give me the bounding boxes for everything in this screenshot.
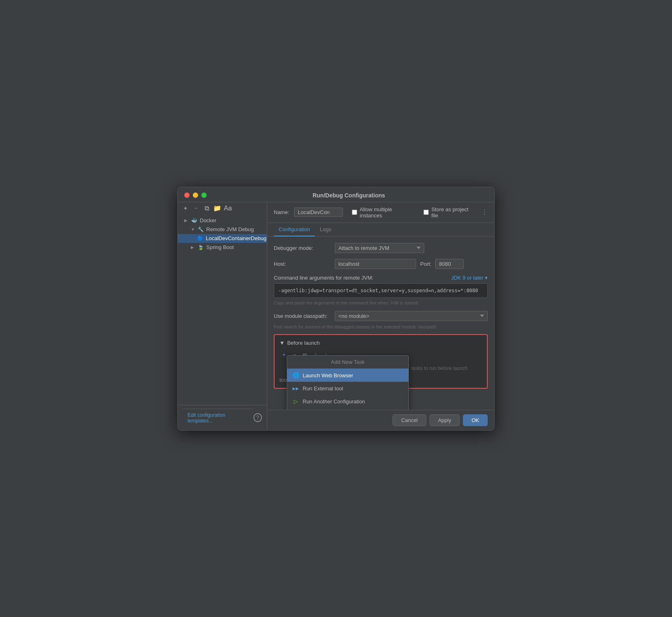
close-btn[interactable]: [184, 193, 190, 198]
store-as-project-label[interactable]: Store as project file: [423, 206, 476, 219]
edit-templates-link[interactable]: Edit configuration templates...: [183, 409, 253, 427]
tabs: Configuration Logs: [267, 223, 494, 236]
collapse-arrow[interactable]: ▼: [279, 340, 285, 346]
tab-configuration[interactable]: Configuration: [274, 223, 315, 236]
local-dev-icon: 🔵: [197, 235, 203, 242]
host-label: Host:: [274, 261, 331, 267]
add-config-button[interactable]: +: [181, 204, 190, 213]
main-content: + − ⧉ 📁 Aa ▶ 🐳 Docker ▼ 🔧 Remote JVM Deb…: [178, 202, 494, 430]
title-bar: Run/Debug Configurations: [178, 187, 494, 202]
cmd-box: -agentlib:jdwp=transport=dt_socket,serve…: [274, 283, 488, 298]
folder-config-button[interactable]: 📁: [213, 204, 222, 213]
host-port-row: Host: Port:: [274, 259, 488, 269]
tree-arrow-remote-jvm: ▼: [191, 227, 195, 232]
before-launch-header: ▼ Before launch: [279, 340, 482, 346]
name-input[interactable]: [294, 208, 343, 217]
sidebar-content: ▶ 🐳 Docker ▼ 🔧 Remote JVM Debug 🔵 LocalD…: [178, 216, 267, 405]
allow-multiple-label[interactable]: Allow multiple instances: [352, 206, 415, 219]
sidebar-item-local-dev[interactable]: 🔵 LocalDevContainerDebug: [178, 234, 267, 243]
dropdown-header: Add New Task: [287, 356, 408, 369]
sidebar-item-remote-jvm-label: Remote JVM Debug: [206, 226, 254, 232]
docker-icon: 🐳: [191, 217, 197, 224]
debugger-mode-row: Debugger mode: Attach to remote JVM: [274, 243, 488, 253]
sidebar-item-spring-label: Spring Boot: [206, 244, 234, 250]
sidebar-item-local-dev-label: LocalDevContainerDebug: [206, 235, 266, 241]
apply-button[interactable]: Apply: [430, 414, 460, 426]
sidebar-item-spring[interactable]: ▶ 🍃 Spring Boot: [178, 243, 267, 252]
sidebar-item-docker-label: Docker: [200, 217, 216, 223]
store-as-project-checkbox[interactable]: [423, 210, 429, 215]
name-label: Name:: [274, 209, 289, 215]
right-panel: Name: Allow multiple instances Store as …: [267, 202, 494, 430]
more-options-button[interactable]: ⋮: [481, 208, 488, 216]
run-another-icon: ▷: [292, 398, 299, 405]
module-label: Use module classpath:: [274, 313, 331, 319]
sidebar-bottom: Edit configuration templates... ?: [178, 405, 267, 430]
remove-config-button[interactable]: −: [192, 204, 201, 213]
allow-multiple-checkbox[interactable]: [352, 210, 357, 215]
tasks-hint: tasks to run before launch: [410, 363, 482, 374]
config-panel: Debugger mode: Attach to remote JVM Host…: [267, 236, 494, 410]
run-external-icon: ▶▶: [292, 385, 299, 392]
name-bar: Name: Allow multiple instances Store as …: [267, 202, 494, 223]
host-input[interactable]: [335, 259, 416, 269]
debugger-mode-select[interactable]: Attach to remote JVM: [335, 243, 424, 253]
store-as-project-text: Store as project file: [431, 206, 476, 219]
checkbox-group: Allow multiple instances Store as projec…: [352, 206, 476, 219]
tree-arrow-spring: ▶: [191, 245, 195, 249]
dialog: Run/Debug Configurations + − ⧉ 📁 Aa ▶ 🐳 …: [177, 187, 495, 431]
tab-logs[interactable]: Logs: [315, 223, 336, 236]
dropdown-item-run-another[interactable]: ▷ Run Another Configuration: [287, 395, 408, 408]
launch-web-icon: 🌐: [292, 372, 299, 379]
dropdown-item-launch-web[interactable]: 🌐 Launch Web Browser: [287, 369, 408, 382]
sidebar-item-docker[interactable]: ▶ 🐳 Docker: [178, 216, 267, 225]
sidebar-item-remote-jvm[interactable]: ▼ 🔧 Remote JVM Debug: [178, 225, 267, 234]
maximize-btn[interactable]: [201, 193, 207, 198]
dropdown-item-run-external-label: Run External tool: [303, 385, 343, 392]
dropdown-item-launch-web-label: Launch Web Browser: [303, 372, 353, 379]
cmd-section: Command line arguments for remote JVM: J…: [274, 275, 488, 305]
dropdown-item-run-external[interactable]: ▶▶ Run External tool: [287, 382, 408, 395]
help-button[interactable]: ?: [253, 413, 262, 422]
minimize-btn[interactable]: [193, 193, 198, 198]
dropdown-item-run-another-label: Run Another Configuration: [303, 398, 365, 405]
jvm-icon: 🔧: [197, 226, 204, 233]
before-launch-section: ▼ Before launch + − ✏ ↑ ↓ Add New Task: [274, 334, 488, 389]
cmd-hint: Copy and paste the arguments to the comm…: [274, 300, 488, 305]
module-row: Use module classpath: <no module>: [274, 311, 488, 321]
tree-arrow-docker: ▶: [184, 218, 188, 223]
sidebar: + − ⧉ 📁 Aa ▶ 🐳 Docker ▼ 🔧 Remote JVM Deb…: [178, 202, 267, 430]
dialog-title: Run/Debug Configurations: [210, 192, 488, 199]
sidebar-toolbar: + − ⧉ 📁 Aa: [178, 202, 267, 216]
debugger-mode-label: Debugger mode:: [274, 245, 331, 251]
add-new-task-dropdown: Add New Task 🌐 Launch Web Browser ▶▶ Run…: [287, 355, 409, 410]
spring-icon: 🍃: [197, 244, 204, 251]
port-label: Port:: [420, 261, 431, 267]
cmd-header: Command line arguments for remote JVM: J…: [274, 275, 488, 281]
cancel-button[interactable]: Cancel: [393, 414, 426, 426]
allow-multiple-text: Allow multiple instances: [360, 206, 415, 219]
before-launch-label: Before launch: [287, 340, 320, 346]
dropdown-item-run-remote[interactable]: ▶▶ Run Remote External Tool: [287, 408, 408, 410]
bottom-bar: Cancel Apply OK: [267, 410, 494, 430]
ok-button[interactable]: OK: [463, 414, 488, 426]
module-hint: First search for sources of the debugged…: [274, 324, 488, 330]
jdk-link[interactable]: JDK 9 or later ▾: [451, 275, 488, 281]
port-input[interactable]: [435, 259, 464, 269]
sort-config-button[interactable]: Aa: [223, 204, 232, 213]
module-select[interactable]: <no module>: [335, 311, 488, 321]
copy-config-button[interactable]: ⧉: [202, 204, 211, 213]
cmd-label: Command line arguments for remote JVM:: [274, 275, 373, 281]
